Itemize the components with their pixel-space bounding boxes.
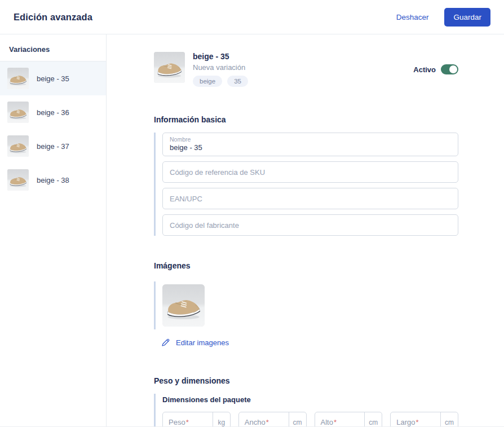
variation-label: beige - 35	[37, 74, 69, 83]
dimension-placeholder: Alto*	[315, 412, 365, 427]
main-layout: Variaciones beige - 35 beige - 36	[0, 34, 504, 426]
input-largo[interactable]: Largo*cm	[390, 412, 458, 427]
variation-thumbnail	[7, 102, 29, 123]
save-button[interactable]: Guardar	[444, 8, 490, 27]
variation-label: beige - 36	[37, 108, 69, 117]
unit-label: kg	[213, 412, 230, 427]
edit-images-label: Editar imagenes	[176, 338, 229, 347]
sidebar-item-beige-38[interactable]: beige - 38	[0, 163, 106, 197]
section-title-dimensions: Peso y dimensiones	[154, 376, 458, 385]
page-title: Edición avanzada	[14, 12, 92, 23]
main-panel: beige - 35 Nueva variación beige 35 Acti…	[107, 34, 504, 426]
variations-sidebar: Variaciones beige - 35 beige - 36	[0, 34, 107, 426]
input-c-digo-de-referencia-de-sku[interactable]	[162, 161, 458, 183]
sidebar-item-beige-36[interactable]: beige - 36	[0, 95, 106, 129]
name-input[interactable]: Nombre beige - 35	[162, 133, 458, 156]
dimension-placeholder: Peso*	[163, 412, 213, 427]
dimension-placeholder: Largo*	[391, 412, 440, 427]
name-input-label: Nombre	[170, 136, 191, 143]
images-group	[154, 281, 458, 329]
active-toggle[interactable]	[441, 64, 458, 74]
variation-thumbnail	[7, 135, 29, 157]
variation-status: Nueva variación	[193, 63, 248, 72]
pencil-icon	[161, 338, 170, 347]
variation-photo	[154, 52, 185, 83]
sidebar-item-beige-37[interactable]: beige - 37	[0, 129, 106, 163]
dimensions-group: Dimensiones del paquete Peso*kgAncho*cmA…	[154, 394, 458, 427]
variation-thumbnail	[7, 68, 29, 89]
advanced-edit-page: Edición avanzada Deshacer Guardar Variac…	[0, 0, 504, 427]
toggle-knob	[449, 65, 457, 73]
name-input-value: beige - 35	[170, 143, 202, 153]
unit-label: cm	[364, 412, 382, 427]
unit-label: cm	[440, 412, 458, 427]
edit-images-link[interactable]: Editar imagenes	[161, 338, 229, 347]
dimension-placeholder: Ancho*	[239, 412, 289, 427]
unit-label: cm	[289, 412, 306, 427]
chip-color: beige	[193, 76, 222, 87]
variation-chips: beige 35	[193, 76, 248, 87]
active-label: Activo	[413, 65, 436, 74]
basic-info-group: Nombre beige - 35	[154, 133, 458, 236]
top-bar: Edición avanzada Deshacer Guardar	[0, 0, 504, 34]
basic-fields: Nombre beige - 35	[162, 133, 458, 236]
input-peso[interactable]: Peso*kg	[162, 412, 231, 427]
chip-size: 35	[227, 76, 248, 87]
package-dimensions-label: Dimensiones del paquete	[162, 394, 458, 404]
section-title-images: Imágenes	[154, 261, 458, 270]
variation-name: beige - 35	[193, 52, 248, 61]
input-alto[interactable]: Alto*cm	[315, 412, 383, 427]
input-ean-upc[interactable]	[162, 188, 458, 209]
variation-label: beige - 37	[37, 142, 69, 151]
product-image-thumbnail[interactable]	[162, 284, 205, 327]
active-control: Activo	[413, 64, 458, 74]
sidebar-item-beige-35[interactable]: beige - 35	[0, 61, 106, 95]
variation-label: beige - 38	[37, 176, 69, 184]
variation-thumbnail	[7, 169, 29, 191]
undo-button[interactable]: Deshacer	[396, 13, 429, 21]
section-title-basic-info: Información basica	[154, 115, 458, 124]
input-c-digo-del-fabricante[interactable]	[162, 214, 458, 236]
input-ancho[interactable]: Ancho*cm	[238, 412, 307, 427]
variation-header: beige - 35 Nueva variación beige 35 Acti…	[154, 52, 458, 87]
sidebar-title: Variaciones	[0, 34, 106, 61]
dimension-row: Peso*kgAncho*cmAlto*cmLargo*cm	[162, 412, 458, 427]
variation-list: beige - 35 beige - 36 beige - 37	[0, 61, 106, 197]
topbar-actions: Deshacer Guardar	[396, 8, 490, 27]
